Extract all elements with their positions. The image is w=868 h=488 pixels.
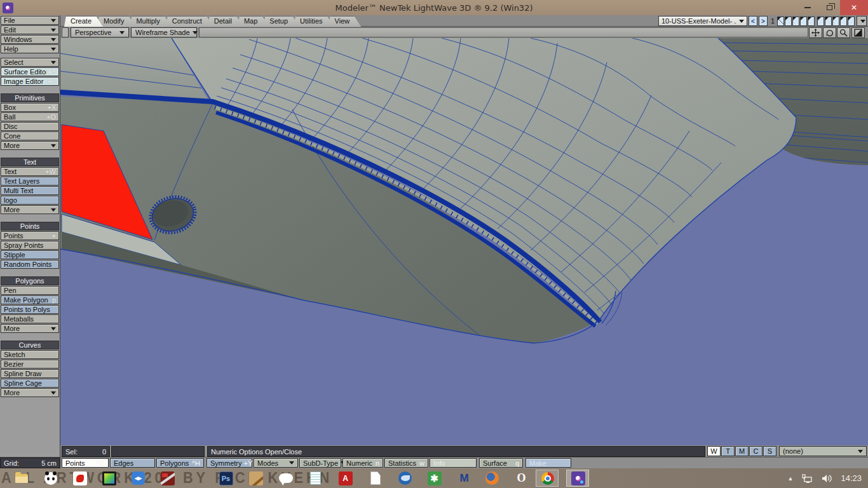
vmap-c-button[interactable]: C <box>749 446 763 456</box>
maximize-pane-icon[interactable] <box>851 27 865 38</box>
layer-4-button[interactable] <box>800 17 807 26</box>
m-app-icon[interactable]: M <box>457 471 471 485</box>
metaballs-button[interactable]: Metaballs <box>1 315 59 323</box>
thunderbird-icon[interactable] <box>398 471 412 485</box>
tool-app-icon[interactable] <box>160 471 175 485</box>
layer-10-button[interactable] <box>848 17 855 26</box>
zoom-icon[interactable] <box>837 27 850 38</box>
spray-points-button[interactable]: Spray Points <box>1 241 59 250</box>
next-object-button[interactable]: > <box>759 16 768 26</box>
photoshop-icon[interactable]: Ps <box>219 471 233 485</box>
view-type-dropdown[interactable]: Perspective <box>71 27 129 37</box>
layer-8-button[interactable] <box>832 17 839 26</box>
layer-5-button[interactable] <box>808 17 815 26</box>
random-points-button[interactable]: Random Points <box>1 260 59 269</box>
text-layers-button[interactable]: Text Layers <box>1 177 59 186</box>
make-polygon-button[interactable]: Make Polygonp <box>1 295 59 304</box>
box-button[interactable]: Box+X <box>1 103 59 112</box>
edit-button[interactable]: Edit <box>1 25 59 34</box>
blue-app-icon[interactable]: ◂▸ <box>131 471 146 485</box>
edges-button[interactable]: Edges <box>110 458 155 468</box>
volume-icon[interactable] <box>822 474 832 483</box>
tab-construct[interactable]: Construct <box>166 16 214 27</box>
statistics-button[interactable]: Statisticsw <box>384 458 428 468</box>
network-icon[interactable] <box>802 474 813 483</box>
render-mode-dropdown[interactable]: Wireframe Shade <box>131 27 197 37</box>
disc-button[interactable]: Disc <box>1 122 59 131</box>
pen-button[interactable]: Pen <box>1 286 59 295</box>
tab-multiply[interactable]: Multiply <box>130 16 171 27</box>
panda-app-icon[interactable] <box>43 471 58 485</box>
numeric-button[interactable]: Numericn <box>342 458 383 468</box>
lightwave-icon[interactable] <box>571 471 585 485</box>
surface-button[interactable]: Surfaceq <box>479 458 523 468</box>
layer-1-button[interactable] <box>777 17 784 26</box>
vmap-selector[interactable]: (none) <box>779 446 867 456</box>
object-selector[interactable]: 10-USS-Exeter-Model- ... <box>658 16 747 26</box>
tab-modify[interactable]: Modify <box>97 16 135 27</box>
document-app-icon[interactable] <box>368 471 383 485</box>
vmap-s-button[interactable]: S <box>763 446 776 456</box>
brush-app-icon[interactable] <box>248 471 263 485</box>
viewport-drag-bar[interactable] <box>199 27 808 37</box>
ball-button[interactable]: Ball+O <box>1 112 59 121</box>
multi-text-button[interactable]: Multi Text <box>1 186 59 195</box>
viewport-grip[interactable] <box>62 27 69 37</box>
more-button[interactable]: More <box>1 205 59 214</box>
hidden-icons-chevron[interactable]: ▲ <box>788 475 794 482</box>
pan-icon[interactable] <box>809 27 822 38</box>
layer-7-button[interactable] <box>825 17 832 26</box>
chat-app-icon[interactable] <box>278 471 293 485</box>
points-button[interactable]: Points+ <box>1 231 59 240</box>
polygons-button[interactable]: Polygons^H <box>156 458 204 468</box>
rotate-icon[interactable] <box>823 27 836 38</box>
minimize-button[interactable] <box>797 0 818 15</box>
vmap-w-button[interactable]: W <box>707 446 721 456</box>
modes-button[interactable]: Modes <box>254 458 298 468</box>
more-button[interactable]: More <box>1 141 59 150</box>
acrobat-icon[interactable]: A <box>338 471 353 485</box>
vmap-m-button[interactable]: M <box>735 446 749 456</box>
close-button[interactable]: ✕ <box>840 0 868 15</box>
bezier-button[interactable]: Bezier <box>1 360 59 369</box>
notepad-icon[interactable] <box>308 471 323 485</box>
subd-type-button[interactable]: SubD-Type <box>299 458 341 468</box>
logo-button[interactable]: logo <box>1 196 59 205</box>
surface-editor-button[interactable]: Surface EditorF5 <box>1 67 59 76</box>
layer-6-button[interactable] <box>817 17 824 26</box>
text-button[interactable]: Text+W <box>1 167 59 176</box>
tab-utilities[interactable]: Utilities <box>294 16 334 27</box>
file-button[interactable]: File <box>1 16 59 25</box>
green-app-icon[interactable]: ✱ <box>427 471 442 485</box>
tab-view[interactable]: View <box>329 16 362 27</box>
layer-3-button[interactable] <box>792 17 799 26</box>
stipple-button[interactable]: Stipple <box>1 250 59 259</box>
file-explorer-icon[interactable] <box>14 471 29 485</box>
vmap-t-button[interactable]: T <box>721 446 735 456</box>
more-button[interactable]: More <box>1 388 59 397</box>
restore-button[interactable] <box>818 0 840 15</box>
image-editor-button[interactable]: Image EditorF6 <box>1 77 59 86</box>
points-to-polys-button[interactable]: Points to Polys <box>1 305 59 314</box>
cone-button[interactable]: Cone <box>1 132 59 140</box>
layer-9-button[interactable] <box>840 17 847 26</box>
prev-object-button[interactable]: < <box>749 16 757 26</box>
spline-cage-button[interactable]: Spline Cage <box>1 379 59 388</box>
tab-create[interactable]: Create <box>64 16 103 27</box>
help-button[interactable]: Help <box>1 44 59 53</box>
paint-splat-icon[interactable] <box>72 471 87 485</box>
points-button[interactable]: Points^G <box>62 458 109 468</box>
opera-icon[interactable]: O <box>514 471 529 485</box>
layer-2-button[interactable] <box>785 17 792 26</box>
spline-draw-button[interactable]: Spline Draw <box>1 369 59 378</box>
more-button[interactable]: More <box>1 324 59 333</box>
film-app-icon[interactable] <box>102 471 116 485</box>
windows-button[interactable]: Windows <box>1 35 59 44</box>
clock[interactable]: 14:23 <box>841 473 862 483</box>
firefox-icon[interactable] <box>485 471 499 485</box>
chrome-icon[interactable] <box>540 471 555 485</box>
select-button[interactable]: Select <box>1 58 59 67</box>
layer-dropdown-button[interactable] <box>857 16 867 26</box>
symmetry-button[interactable]: Symmetry+Y <box>207 458 252 468</box>
sketch-button[interactable]: Sketch <box>1 350 59 359</box>
